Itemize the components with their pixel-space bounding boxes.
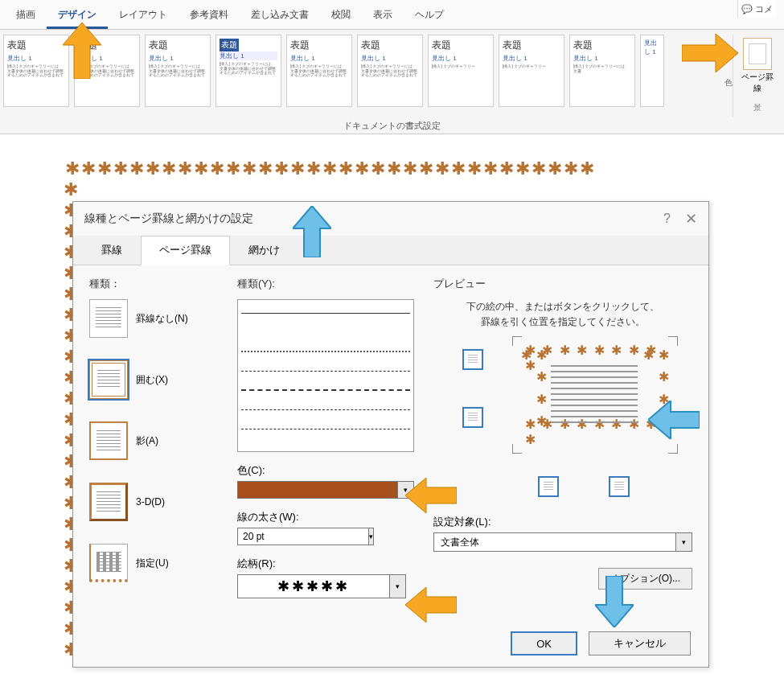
color-label: 色(C):	[237, 463, 414, 478]
annotation-arrow-left-icon	[648, 401, 700, 439]
chevron-down-icon[interactable]: ▾	[676, 532, 692, 552]
ribbon-tabs: 描画 デザイン レイアウト 参考資料 差し込み文書 校閲 表示 ヘルプ 💬 コメ	[0, 0, 784, 30]
tab-draw[interactable]: 描画	[5, 3, 47, 29]
style-thumb[interactable]: 表題見出し 1[挿入] タブのギャラリー	[499, 35, 564, 107]
tab-mailings[interactable]: 差し込み文書	[240, 3, 320, 29]
tab-layout[interactable]: レイアウト	[108, 3, 179, 29]
setting-label: 種類：	[89, 277, 218, 291]
svg-marker-3	[648, 401, 700, 439]
tab-page-borders[interactable]: ページ罫線	[141, 236, 230, 265]
setting-custom[interactable]: 指定(U)	[89, 544, 218, 582]
page-borders-button[interactable]	[743, 38, 772, 70]
annotation-arrow-left-icon	[405, 478, 457, 513]
tab-view[interactable]: 表示	[362, 3, 404, 29]
page-background-label: 景	[753, 102, 761, 113]
apply-to-label: 設定対象(L):	[433, 515, 692, 529]
dialog-titlebar: 線種とページ罫線と網かけの設定 ? ✕	[73, 202, 708, 236]
apply-to-dropdown[interactable]: 文書全体 ▾	[433, 532, 692, 552]
style-thumb[interactable]: 見出し 1	[640, 35, 664, 107]
svg-marker-5	[405, 587, 457, 623]
edge-button-left[interactable]	[462, 407, 483, 428]
ok-button[interactable]: OK	[511, 631, 577, 656]
svg-marker-1	[682, 34, 738, 72]
ribbon-group-label: ドキュメントの書式設定	[343, 120, 441, 132]
setting-none-label: 罫線なし(N)	[136, 312, 188, 326]
dialog-tabs: 罫線 ページ罫線 網かけ	[73, 236, 708, 265]
setting-shadow[interactable]: 影(A)	[89, 421, 218, 460]
svg-marker-6	[595, 576, 634, 627]
art-preview: ✱✱✱✱✱	[237, 574, 390, 598]
width-label: 線の太さ(W):	[237, 510, 414, 524]
annotation-arrow-up-icon	[293, 206, 331, 257]
width-input[interactable]	[237, 528, 369, 545]
line-style-list[interactable]	[237, 299, 414, 452]
style-thumb[interactable]: 表題見出し 1[挿入] タブのギャラリーには、文書全体の体裁に合わせて調整するた…	[357, 35, 423, 107]
color-swatch	[237, 481, 398, 499]
tab-references[interactable]: 参考資料	[179, 3, 240, 29]
edge-button-right[interactable]	[609, 476, 630, 497]
setting-3d-label: 3-D(D)	[136, 496, 165, 508]
setting-shadow-label: 影(A)	[136, 434, 158, 448]
document-formatting-gallery[interactable]: 表題見出し 1[挿入] タブのギャラリーには、文書全体の体裁に合わせて調整するた…	[3, 35, 721, 107]
annotation-arrow-right-icon	[682, 34, 738, 72]
chevron-down-icon[interactable]: ▾	[390, 574, 406, 598]
ribbon-design-panel: 表題見出し 1[挿入] タブのギャラリーには、文書全体の体裁に合わせて調整するた…	[0, 30, 784, 134]
style-label: 種類(Y):	[237, 277, 414, 291]
edge-button-bottom[interactable]	[538, 476, 559, 497]
setting-none[interactable]: 罫線なし(N)	[89, 299, 218, 338]
tab-borders[interactable]: 罫線	[83, 236, 141, 265]
svg-marker-4	[405, 478, 457, 513]
cancel-button[interactable]: キャンセル	[589, 631, 691, 656]
setting-3d[interactable]: 3-D(D)	[89, 483, 218, 521]
tab-help[interactable]: ヘルプ	[404, 3, 455, 29]
apply-to-value: 文書全体	[433, 532, 676, 552]
setting-box-label: 囲む(X)	[136, 373, 168, 387]
tab-review[interactable]: 校閲	[320, 3, 362, 29]
setting-box[interactable]: 囲む(X)	[89, 360, 218, 399]
annotation-arrow-left-icon	[405, 587, 457, 623]
svg-marker-2	[293, 206, 331, 257]
annotation-arrow-down-icon	[595, 576, 634, 627]
annotation-arrow-up-icon	[63, 23, 101, 79]
dialog-close-icon[interactable]: ✕	[685, 210, 697, 228]
style-thumb[interactable]: 表題見出し 1[挿入] タブのギャラリーには、文書全体の体裁に合わせて調整するた…	[286, 35, 352, 107]
color-dropdown[interactable]: ▾	[237, 481, 414, 499]
page-color-label: 色	[724, 77, 733, 88]
preview-column: プレビュー 下の絵の中、またはボタンをクリックして、 罫線を引く位置を指定してく…	[433, 277, 692, 608]
edge-button-top[interactable]	[462, 349, 483, 370]
preview-hint: 下の絵の中、またはボタンをクリックして、 罫線を引く位置を指定してください。	[433, 299, 692, 330]
style-thumb[interactable]: 表題見出し 1[挿入] タブのギャラリーには、文書	[569, 35, 635, 107]
style-column: 種類(Y): 色(C): ▾ 線の太さ(W): ▾ 絵柄(R):	[237, 277, 414, 608]
setting-custom-label: 指定(U)	[136, 557, 169, 570]
art-label: 絵柄(R):	[237, 557, 414, 571]
chevron-down-icon[interactable]: ▾	[369, 528, 374, 545]
dialog-title: 線種とページ罫線と網かけの設定	[84, 212, 253, 226]
page-borders-label: ページ罫線	[738, 72, 776, 94]
preview-label: プレビュー	[433, 277, 692, 291]
style-thumb[interactable]: 表題見出し 1[挿入] タブのギャラリー	[428, 35, 494, 107]
style-thumb-selected[interactable]: 表題見出し 1[挿入] タブのギャラリーには、文書全体の体裁に合わせて調整するた…	[215, 35, 281, 107]
comments-button[interactable]: 💬 コメ	[737, 0, 776, 18]
tab-shading[interactable]: 網かけ	[230, 236, 298, 265]
dialog-help-icon[interactable]: ?	[663, 212, 671, 226]
setting-column: 種類： 罫線なし(N) 囲む(X) 影(A) 3-D(D) 指定(U)	[89, 277, 218, 608]
art-dropdown[interactable]: ✱✱✱✱✱ ▾	[237, 574, 406, 598]
style-thumb[interactable]: 表題見出し 1[挿入] タブのギャラリーには、文書全体の体裁に合わせて調整するた…	[3, 35, 69, 107]
width-dropdown[interactable]: ▾	[237, 528, 318, 545]
svg-marker-0	[63, 23, 101, 79]
style-thumb[interactable]: 表題見出し 1[挿入] タブのギャラリーには、文書全体の体裁に合わせて調整するた…	[145, 35, 211, 107]
